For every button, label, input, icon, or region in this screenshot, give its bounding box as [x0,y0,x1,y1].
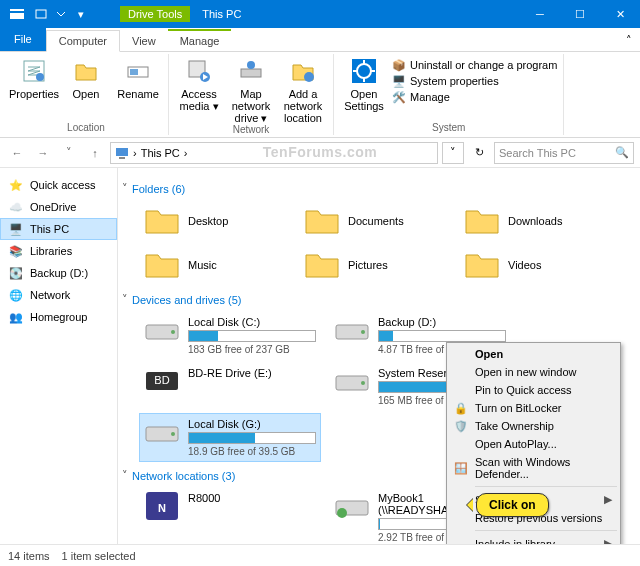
ctx-autoplay[interactable]: Open AutoPlay... [449,435,618,453]
svg-point-34 [337,508,347,518]
add-location-icon [288,56,318,86]
address-dropdown[interactable]: ˅ [442,142,464,164]
sidebar-item-onedrive[interactable]: ☁️OneDrive [0,196,117,218]
netloc-icon: N [144,492,180,520]
status-item-count: 14 items [8,550,50,562]
sidebar-item-this-pc[interactable]: 🖥️This PC [0,218,117,240]
folder-item[interactable]: Pictures [300,245,450,285]
ctx-defender[interactable]: 🪟Scan with Windows Defender... [449,453,618,483]
qat-btn[interactable] [32,5,50,23]
sidebar-item-backup[interactable]: 💽Backup (D:) [0,262,117,284]
tab-file[interactable]: File [0,27,46,51]
maximize-button[interactable]: ☐ [560,0,600,28]
qat-dropdown[interactable]: ▾ [72,5,90,23]
svg-rect-20 [119,157,125,159]
recent-dropdown[interactable]: ˅ [58,142,80,164]
rename-button[interactable]: Rename [114,56,162,100]
search-input[interactable]: Search This PC🔍 [494,142,634,164]
folder-label: Desktop [188,215,228,227]
system-properties-button[interactable]: 🖥️System properties [392,74,557,88]
refresh-button[interactable]: ↻ [468,142,490,164]
titlebar: ▾ Drive Tools This PC ─ ☐ ✕ [0,0,640,28]
properties-icon [19,56,49,86]
annotation-callout: Click on [476,493,549,517]
ribbon-collapse[interactable]: ˄ [618,30,640,51]
content-area: ⭐Quick access ☁️OneDrive 🖥️This PC 📚Libr… [0,168,640,544]
qat-btn[interactable] [52,5,70,23]
properties-button[interactable]: Properties [10,56,58,100]
ribbon-tabs: File Computer View Manage ˄ [0,28,640,52]
chevron-down-icon: ˅ [122,293,128,306]
folder-item[interactable]: Desktop [140,201,290,241]
svg-point-22 [171,330,175,334]
settings-icon [349,56,379,86]
drive-icon [334,316,370,344]
shield-icon: 🛡️ [453,418,469,434]
drive-icon: 💽 [8,265,24,281]
svg-rect-6 [130,69,138,75]
tab-computer[interactable]: Computer [46,30,120,52]
add-net-location-button[interactable]: Add a network location [279,56,327,124]
forward-button[interactable]: → [32,142,54,164]
folder-item[interactable]: Downloads [460,201,610,241]
drive-item[interactable]: Local Disk (C:)183 GB free of 237 GB [140,312,320,359]
tab-manage[interactable]: Manage [168,29,232,51]
app-icon [8,5,26,23]
breadcrumb[interactable]: › This PC › [110,142,438,164]
tab-view[interactable]: View [120,31,168,51]
folder-item[interactable]: Music [140,245,290,285]
network-location-item[interactable]: N R8000 [140,488,320,544]
folder-label: Documents [348,215,404,227]
svg-point-4 [36,73,44,81]
drive-icon [144,316,180,344]
network-icon: 🌐 [8,287,24,303]
sidebar-item-homegroup[interactable]: 👥Homegroup [0,306,117,328]
folder-label: Videos [508,259,541,271]
ctx-pin-quick-access[interactable]: Pin to Quick access [449,381,618,399]
group-location-label: Location [10,122,162,133]
minimize-button[interactable]: ─ [520,0,560,28]
sidebar-item-libraries[interactable]: 📚Libraries [0,240,117,262]
breadcrumb-this-pc[interactable]: This PC [141,147,180,159]
drive-icon: BD [144,367,180,395]
sidebar-item-network[interactable]: 🌐Network [0,284,117,306]
access-media-button[interactable]: Access media ▾ [175,56,223,112]
folder-item[interactable]: Documents [300,201,450,241]
drive-label: Local Disk (G:) [188,418,316,430]
map-drive-button[interactable]: Map network drive ▾ [227,56,275,124]
chevron-right-icon: ▶ [604,493,612,506]
pc-icon: 🖥️ [8,221,24,237]
folder-label: Downloads [508,215,562,227]
close-button[interactable]: ✕ [600,0,640,28]
file-list[interactable]: ˅Folders (6) Desktop Documents Downloads… [118,168,640,544]
up-button[interactable]: ↑ [84,142,106,164]
ctx-take-ownership[interactable]: 🛡️Take Ownership [449,417,618,435]
rename-icon [123,56,153,86]
group-system-label: System [340,122,557,133]
folder-item[interactable]: Videos [460,245,610,285]
media-icon [184,56,214,86]
section-folders[interactable]: ˅Folders (6) [122,182,636,195]
svg-text:N: N [158,502,166,514]
group-network-label: Network [175,124,327,135]
manage-button[interactable]: 🛠️Manage [392,90,557,104]
ctx-open[interactable]: Open [449,345,618,363]
svg-rect-19 [116,148,128,156]
ctx-include-library[interactable]: Include in library▶ [449,534,618,544]
back-button[interactable]: ← [6,142,28,164]
folder-icon [144,205,180,237]
uninstall-button[interactable]: 📦Uninstall or change a program [392,58,557,72]
open-button[interactable]: Open [62,56,110,100]
ctx-open-new-window[interactable]: Open in new window [449,363,618,381]
open-settings-button[interactable]: Open Settings [340,56,388,112]
svg-text:BD: BD [154,374,169,386]
svg-point-24 [361,330,365,334]
drive-item[interactable]: Local Disk (G:)18.9 GB free of 39.5 GB [140,414,320,461]
drive-item[interactable]: BD BD-RE Drive (E:) [140,363,320,410]
svg-point-12 [304,72,314,82]
svg-rect-0 [10,9,24,11]
folder-icon [464,249,500,281]
sidebar-item-quick-access[interactable]: ⭐Quick access [0,174,117,196]
section-drives[interactable]: ˅Devices and drives (5) [122,293,636,306]
ctx-bitlocker[interactable]: 🔒Turn on BitLocker [449,399,618,417]
